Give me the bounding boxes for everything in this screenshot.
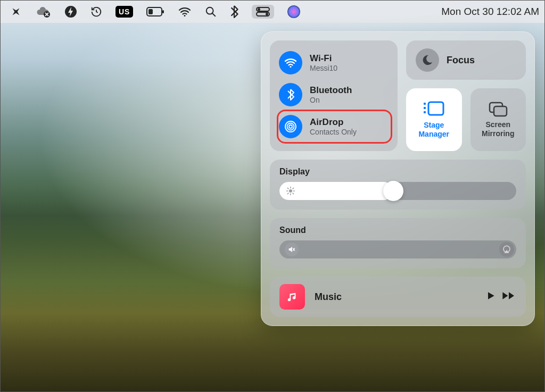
svg-point-8 [258,8,260,11]
siri-icon[interactable] [287,5,300,18]
music-app-icon [279,284,305,310]
desktop: US Mon Oct 30 12:02 AM [0,0,545,392]
moon-icon [416,48,439,72]
volume-slider[interactable] [279,240,516,258]
stage-manager-icon [423,101,445,118]
menubar-clock[interactable]: Mon Oct 30 12:02 AM [441,6,539,18]
svg-point-12 [289,125,292,128]
svg-rect-3 [162,10,164,13]
cloud-sync-icon[interactable] [35,6,51,18]
display-card: Display [270,160,526,210]
bluetooth-toggle[interactable]: Bluetooth On [278,79,391,111]
connectivity-card: Wi-Fi Messi10 Bluetooth On [270,40,398,151]
svg-point-5 [184,15,186,16]
menubar-left: US [10,5,300,19]
stage-manager-button[interactable]: Stage Manager [406,88,462,151]
bolt-icon[interactable] [64,5,77,18]
svg-rect-16 [424,107,426,109]
focus-label: Focus [447,55,475,66]
screen-mirroring-button[interactable]: Screen Mirroring [470,88,526,151]
wifi-icon [279,51,302,74]
music-title: Music [315,291,476,303]
airdrop-icon [279,115,302,138]
svg-point-10 [266,13,268,15]
battery-icon[interactable] [146,7,164,16]
sound-card: Sound [270,218,526,268]
screen-mirroring-label-2: Mirroring [482,129,514,138]
app-menu-icon[interactable] [10,6,22,18]
now-playing-card: Music [270,277,526,317]
spotlight-icon[interactable] [205,6,217,18]
bluetooth-status: On [310,96,352,104]
svg-rect-20 [494,106,507,116]
brightness-thumb[interactable] [383,181,403,201]
svg-rect-18 [428,102,443,115]
brightness-slider[interactable] [279,182,516,200]
screen-mirroring-label-1: Screen [485,120,510,129]
wifi-status: Messi10 [310,64,337,72]
airplay-audio-button[interactable] [499,242,514,257]
wifi-label: Wi-Fi [310,53,337,64]
next-track-button[interactable] [501,290,516,303]
sound-label: Sound [279,226,516,235]
wifi-toggle[interactable]: Wi-Fi Messi10 [278,47,391,79]
stage-manager-label-1: Stage [424,121,444,129]
screen-mirroring-icon [488,101,508,117]
wifi-menubar-icon[interactable] [178,6,192,17]
control-center-menubar-icon[interactable] [252,5,274,19]
airdrop-toggle[interactable]: AirDrop Contacts Only [278,111,391,143]
control-center-panel: Wi-Fi Messi10 Bluetooth On [261,31,535,326]
bluetooth-menubar-icon[interactable] [230,5,238,18]
sun-icon [286,186,295,196]
bluetooth-icon [279,83,302,106]
svg-rect-4 [148,9,153,14]
svg-rect-17 [424,111,426,113]
bluetooth-label: Bluetooth [310,85,352,96]
mute-icon [285,243,299,256]
svg-point-11 [290,66,292,68]
menubar: US Mon Oct 30 12:02 AM [1,1,544,23]
time-machine-icon[interactable] [90,6,102,18]
svg-point-21 [289,189,292,193]
svg-rect-15 [424,103,426,105]
stage-manager-label-2: Manager [418,130,449,138]
display-label: Display [279,167,516,177]
play-button[interactable] [485,290,496,303]
svg-point-13 [287,123,294,130]
focus-toggle[interactable]: Focus [406,40,526,80]
airdrop-label: AirDrop [310,117,357,128]
airdrop-status: Contacts Only [310,128,357,136]
input-source-indicator[interactable]: US [115,6,133,18]
